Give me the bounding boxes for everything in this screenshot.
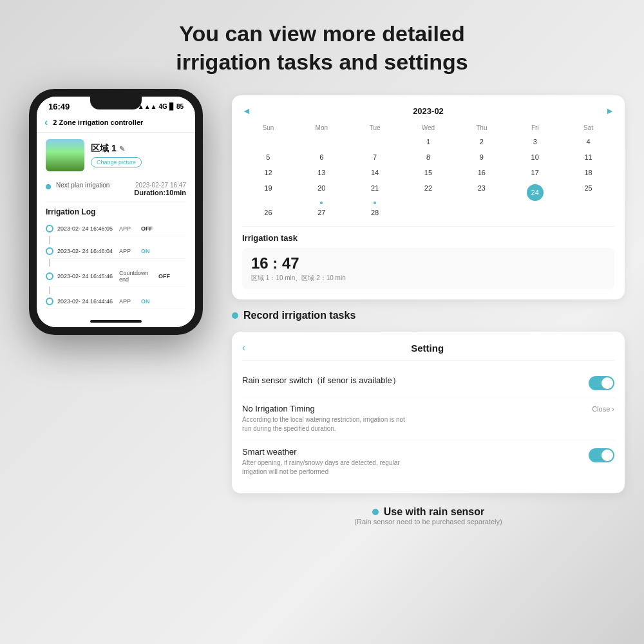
cal-day-1[interactable]: 1 xyxy=(402,135,455,149)
record-label-text: Record irrigation tasks xyxy=(243,310,355,321)
cal-day-empty xyxy=(455,205,507,220)
cal-day-3[interactable]: 3 xyxy=(509,135,561,149)
cal-day-8[interactable]: 8 xyxy=(402,150,455,164)
battery-icon: ▊ xyxy=(169,103,175,110)
cal-header-fri: Fri xyxy=(509,122,561,133)
setting-header: ‹ Setting xyxy=(242,342,614,361)
cal-day-17[interactable]: 17 xyxy=(509,166,561,180)
blue-dot-icon xyxy=(46,184,51,189)
cal-day-14[interactable]: 14 xyxy=(349,166,401,180)
cal-day-empty xyxy=(296,135,348,149)
cal-day-24[interactable]: 24 xyxy=(509,181,561,204)
status-icons: ▲▲▲ 4G ▊ 85 xyxy=(138,103,184,110)
log-source: APP xyxy=(119,248,137,254)
setting-row-no-irrigation: No Irrigation Timing According to the lo… xyxy=(242,397,614,440)
cal-day-22[interactable]: 22 xyxy=(402,181,455,204)
phone-home-bar xyxy=(37,316,195,327)
change-picture-button[interactable]: Change picture xyxy=(91,157,142,167)
log-item: 2023-02- 24 16:46:05 APP OFF xyxy=(46,222,186,236)
network-icon: 4G xyxy=(159,103,167,110)
cal-day-empty xyxy=(402,205,455,220)
battery-value: 85 xyxy=(176,103,184,110)
cal-header-sat: Sat xyxy=(562,122,614,133)
sensor-section: Use with rain sensor (Rain sensor need t… xyxy=(232,504,625,528)
log-list: 2023-02- 24 16:46:05 APP OFF 2023-02- 24… xyxy=(46,222,186,309)
cal-day-27[interactable]: 27 xyxy=(296,205,348,220)
cal-day-23[interactable]: 23 xyxy=(455,181,507,204)
no-irrigation-arrow[interactable]: Close › xyxy=(592,405,614,413)
cal-day-4[interactable]: 4 xyxy=(562,135,614,149)
sensor-dot-icon xyxy=(372,509,379,515)
calendar-next-button[interactable]: ► xyxy=(605,106,614,116)
cal-day-19[interactable]: 19 xyxy=(242,181,294,204)
calendar-prev-button[interactable]: ◄ xyxy=(242,106,251,116)
phone-mockup: 16:49 ▲▲▲ 4G ▊ 85 ‹ 2 Zone irrigation co… xyxy=(19,89,213,335)
cal-day-15[interactable]: 15 xyxy=(402,166,455,180)
cal-day-12[interactable]: 12 xyxy=(242,166,294,180)
page-title: You can view more detailed irrigation ta… xyxy=(26,19,618,76)
log-status: OFF xyxy=(141,225,153,232)
cal-day-empty xyxy=(562,205,614,220)
record-section-label: Record irrigation tasks xyxy=(232,310,625,321)
back-button[interactable]: ‹ xyxy=(44,117,48,128)
zone-info: 区域 1 ✎ Change picture xyxy=(91,143,186,167)
log-date: 2023-02- 24 16:45:46 xyxy=(57,273,115,279)
sensor-sub-text: (Rain sensor need to be purchased separa… xyxy=(232,518,625,526)
cal-header-sun: Sun xyxy=(242,122,294,133)
next-plan-datetime: 2023-02-27 16:47 xyxy=(134,182,186,189)
cal-day-5[interactable]: 5 xyxy=(242,150,294,164)
setting-rain-label: Rain sensor switch（if senor is available… xyxy=(242,375,589,386)
cal-day-20[interactable]: 20 xyxy=(296,181,348,204)
cal-day-26[interactable]: 26 xyxy=(242,205,294,220)
cal-day-18[interactable]: 18 xyxy=(562,166,614,180)
cal-day-16[interactable]: 16 xyxy=(455,166,507,180)
log-circle-icon xyxy=(46,247,53,255)
cal-day-28[interactable]: 28 xyxy=(349,205,401,220)
zone-header: 区域 1 ✎ Change picture xyxy=(46,139,186,171)
settings-card: ‹ Setting Rain sensor switch（if senor is… xyxy=(232,332,625,493)
cal-day-7[interactable]: 7 xyxy=(349,150,401,164)
phone-frame: 16:49 ▲▲▲ 4G ▊ 85 ‹ 2 Zone irrigation co… xyxy=(29,89,203,335)
cal-day-9[interactable]: 9 xyxy=(455,150,507,164)
cal-day-2[interactable]: 2 xyxy=(455,135,507,149)
log-status: OFF xyxy=(158,273,170,279)
setting-row-smart-weather: Smart weather After opening, if rainy/sn… xyxy=(242,440,614,483)
rain-sensor-toggle[interactable] xyxy=(589,376,614,390)
next-plan-duration: Duration:10min xyxy=(134,189,186,196)
cal-day-empty xyxy=(242,135,294,149)
setting-row-rain-sensor: Rain sensor switch（if senor is available… xyxy=(242,368,614,397)
cal-day-13[interactable]: 13 xyxy=(296,166,348,180)
cal-day-highlighted[interactable]: 24 xyxy=(527,184,544,201)
calendar-month: 2023-02 xyxy=(413,106,444,116)
phone-screen: 16:49 ▲▲▲ 4G ▊ 85 ‹ 2 Zone irrigation co… xyxy=(37,97,195,327)
cal-header-wed: Wed xyxy=(402,122,455,133)
zone-image xyxy=(46,139,84,171)
irrigation-task-clock: 16 : 47 xyxy=(251,254,605,272)
cal-day-11[interactable]: 11 xyxy=(562,150,614,164)
cal-day-empty xyxy=(349,135,401,149)
irrigation-task-title: Irrigation task xyxy=(242,233,614,243)
setting-back-button[interactable]: ‹ xyxy=(242,342,245,354)
home-bar-line xyxy=(90,320,142,323)
sensor-label: Use with rain sensor xyxy=(232,506,625,518)
log-source: Countdown end xyxy=(119,270,155,283)
log-connector xyxy=(49,287,50,294)
next-plan-details: 2023-02-27 16:47 Duration:10min xyxy=(134,182,186,196)
smart-weather-toggle[interactable] xyxy=(589,448,614,462)
status-time: 16:49 xyxy=(48,102,70,111)
page-header: You can view more detailed irrigation ta… xyxy=(0,0,644,89)
app-title: 2 Zone irrigation controller xyxy=(53,118,143,126)
log-source: APP xyxy=(119,225,137,232)
next-plan-label: Next plan irrigation xyxy=(56,182,109,189)
calendar-card: ◄ 2023-02 ► Sun Mon Tue Wed Thu Fri Sat … xyxy=(232,95,625,299)
cal-day-10[interactable]: 10 xyxy=(509,150,561,164)
cal-header-thu: Thu xyxy=(455,122,507,133)
next-irrigation-info: Next plan irrigation 2023-02-27 16:47 Du… xyxy=(46,176,186,202)
main-layout: 16:49 ▲▲▲ 4G ▊ 85 ‹ 2 Zone irrigation co… xyxy=(0,89,644,528)
edit-icon[interactable]: ✎ xyxy=(119,145,125,153)
cal-day-21[interactable]: 21 xyxy=(349,181,401,204)
cal-day-6[interactable]: 6 xyxy=(296,150,348,164)
setting-no-irr-desc: According to the local watering restrict… xyxy=(242,415,410,433)
cal-day-25[interactable]: 25 xyxy=(562,181,614,204)
cal-header-tue: Tue xyxy=(349,122,401,133)
